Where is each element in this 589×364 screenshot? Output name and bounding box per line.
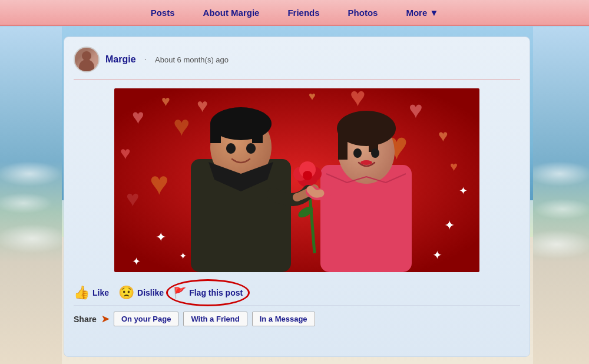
avatar-image — [75, 48, 98, 71]
svg-text:✦: ✦ — [459, 185, 468, 197]
svg-rect-0 — [114, 88, 479, 272]
svg-text:♥: ♥ — [150, 165, 169, 201]
like-label: Like — [92, 288, 109, 297]
svg-text:♥: ♥ — [309, 90, 316, 102]
nav-item-about[interactable]: About Margie — [203, 8, 260, 18]
svg-point-21 — [246, 143, 256, 154]
nav-item-posts[interactable]: Posts — [151, 8, 175, 18]
post-image: ♥ ♥ ♥ ♥ ♥ ♥ ♥ ♥ ♥ ♥ ♥ ♥ ♥ ♥ — [114, 88, 479, 272]
svg-rect-26 — [369, 127, 378, 152]
svg-rect-19 — [252, 123, 263, 143]
nav-items: Posts About Margie Friends Photos More ▼ — [151, 8, 439, 18]
share-in-message-button[interactable]: In a Message — [252, 312, 315, 326]
wave-left — [0, 144, 62, 262]
dislike-label: Dislike — [137, 288, 164, 297]
side-panel-left — [0, 27, 62, 364]
user-name[interactable]: Margie — [105, 54, 136, 65]
svg-text:♥: ♥ — [173, 110, 190, 141]
nav-item-photos[interactable]: Photos — [348, 8, 378, 18]
share-on-page-button[interactable]: On your Page — [114, 312, 179, 326]
like-button[interactable]: 👍 Like — [74, 285, 109, 300]
svg-text:♥: ♥ — [409, 97, 423, 123]
svg-text:♥: ♥ — [197, 95, 208, 116]
svg-text:✦: ✦ — [179, 251, 187, 261]
svg-point-20 — [226, 143, 236, 154]
user-header: Margie · About 6 month(s) ago — [74, 47, 520, 80]
svg-point-36 — [303, 171, 312, 180]
share-bar: Share ➤ On your Page With a Friend In a … — [74, 306, 520, 326]
post-time: About 6 month(s) ago — [155, 55, 229, 64]
nav-item-friends[interactable]: Friends — [287, 8, 319, 18]
flag-icon: 🚩 — [173, 286, 186, 299]
main-card: Margie · About 6 month(s) ago — [64, 37, 530, 357]
svg-text:♥: ♥ — [132, 105, 144, 128]
svg-text:♥: ♥ — [438, 127, 448, 145]
share-with-friend-button[interactable]: With a Friend — [183, 312, 247, 326]
side-panel-right — [533, 27, 589, 364]
share-label: Share — [74, 315, 97, 324]
like-icon: 👍 — [74, 285, 90, 300]
svg-text:✦: ✦ — [444, 218, 455, 233]
svg-point-29 — [360, 160, 372, 165]
wave-right — [533, 144, 589, 262]
svg-text:♥: ♥ — [126, 186, 140, 211]
svg-text:✦: ✦ — [432, 249, 442, 262]
flag-post-button[interactable]: 🚩 Flag this post — [173, 286, 243, 299]
action-bar: 👍 Like 😟 Dislike 🚩 Flag this post — [74, 279, 520, 306]
flag-label: Flag this post — [189, 288, 243, 297]
svg-text:✦: ✦ — [155, 230, 166, 244]
svg-text:♥: ♥ — [450, 159, 458, 174]
top-nav: Posts About Margie Friends Photos More ▼ — [0, 0, 589, 26]
svg-rect-25 — [338, 127, 348, 160]
dislike-button[interactable]: 😟 Dislike — [118, 285, 164, 300]
svg-point-27 — [353, 148, 362, 158]
svg-text:♥: ♥ — [120, 143, 131, 163]
share-arrow-icon: ➤ — [101, 313, 109, 325]
svg-text:♥: ♥ — [161, 92, 170, 109]
flag-button-wrapper: 🚩 Flag this post — [173, 286, 243, 299]
user-separator: · — [144, 54, 147, 65]
nav-item-more[interactable]: More ▼ — [406, 8, 438, 18]
svg-point-28 — [371, 148, 379, 158]
dislike-icon: 😟 — [118, 285, 134, 300]
svg-text:✦: ✦ — [132, 256, 141, 267]
svg-text:♥: ♥ — [350, 88, 366, 112]
svg-rect-18 — [210, 123, 221, 143]
avatar — [74, 47, 100, 72]
